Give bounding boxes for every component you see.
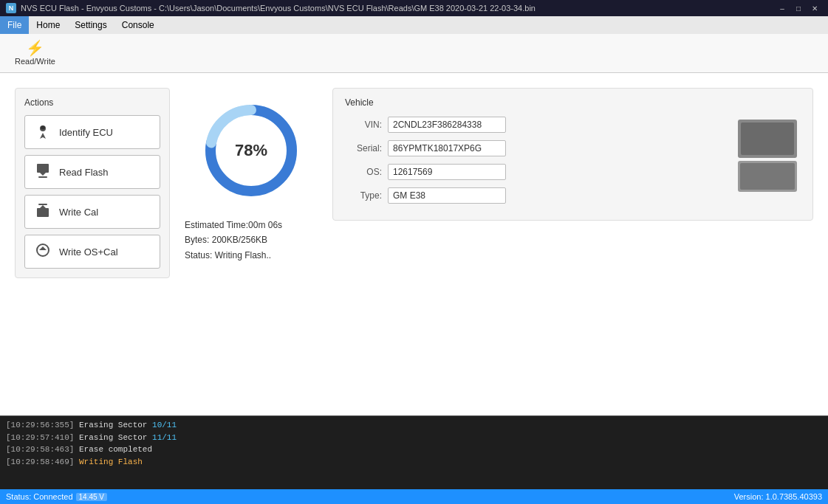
bytes-label: Bytes: <box>185 235 209 245</box>
title-bar: N NVS ECU Flash - Envyous Customs - C:\U… <box>0 0 828 16</box>
action-label-3: Write OS+Cal <box>59 246 118 258</box>
readwrite-label: Read/Write <box>15 57 55 66</box>
status-connected-text: Status: Connected <box>6 492 73 501</box>
close-button[interactable]: ✕ <box>807 2 822 14</box>
menu-item-settings[interactable]: Settings <box>67 16 114 34</box>
status-left: Status: Connected 14.45 V <box>6 492 107 501</box>
vehicle-title: Vehicle <box>345 97 801 108</box>
bytes-row: Bytes: 200KB/256KB <box>185 232 318 247</box>
action-icon-0 <box>34 122 52 142</box>
vehicle-fields: VIN:2CNDL23F386284338Serial:86YPMTK18017… <box>345 117 727 211</box>
console-timestamp-1: [10:29:57:410] <box>6 433 74 442</box>
ribbon-content: ⚡ Read/Write <box>0 34 828 72</box>
status-bar: Status: Connected 14.45 V Version: 1.0.7… <box>0 489 828 504</box>
field-value-0: 2CNDL23F386284338 <box>388 117 506 133</box>
console-text-0: Erasing Sector <box>74 421 152 429</box>
vehicle-field-row-0: VIN:2CNDL23F386284338 <box>345 117 727 133</box>
console-text-2: Erase completed <box>74 445 152 454</box>
action-icon-1 <box>34 162 52 182</box>
main-content: Actions Identify ECURead FlashWrite CalW… <box>0 73 828 489</box>
svg-rect-5 <box>38 204 47 205</box>
console-highlight-0: 10/11 <box>152 421 177 429</box>
console-line-2: [10:29:58:463] Erase completed <box>6 443 822 456</box>
console-text-3: Writing Flash <box>74 458 142 466</box>
action-icon-3 <box>34 242 52 262</box>
bytes-value: 200KB/256KB <box>212 235 267 245</box>
action-label-0: Identify ECU <box>59 127 113 138</box>
console-timestamp-0: [10:29:56:355] <box>6 421 74 429</box>
vehicle-field-row-2: OS:12617569 <box>345 164 727 180</box>
status-voltage: 14.45 V <box>76 493 107 501</box>
menu-item-file[interactable]: File <box>0 16 29 34</box>
action-btn-write-cal[interactable]: Write Cal <box>24 195 160 229</box>
ribbon: FileHomeSettingsConsole ⚡ Read/Write <box>0 16 828 73</box>
menu-item-console[interactable]: Console <box>114 16 162 34</box>
title-bar-left: N NVS ECU Flash - Envyous Customs - C:\U… <box>6 3 536 13</box>
app-icon: N <box>6 3 16 13</box>
action-btn-identify-ecu[interactable]: Identify ECU <box>24 115 160 149</box>
action-label-2: Write Cal <box>59 207 98 218</box>
vehicle-content: VIN:2CNDL23F386284338Serial:86YPMTK18017… <box>345 117 801 211</box>
field-label-0: VIN: <box>345 120 382 130</box>
svg-rect-2 <box>37 164 49 173</box>
vehicle-field-row-1: Serial:86YPMTK18017XP6G <box>345 140 727 156</box>
console-area: [10:29:56:355] Erasing Sector 10/11[10:2… <box>0 415 828 489</box>
action-label-1: Read Flash <box>59 167 108 178</box>
progress-area: 78% Estimated Time:00m 06s Bytes: 200KB/… <box>185 88 318 263</box>
vehicle-panel: Vehicle VIN:2CNDL23F386284338Serial:86YP… <box>332 88 813 221</box>
menu-item-home[interactable]: Home <box>29 16 67 34</box>
title-bar-text: NVS ECU Flash - Envyous Customs - C:\Use… <box>21 4 536 13</box>
status-row: Status: Writing Flash.. <box>185 248 318 263</box>
center-area: Actions Identify ECURead FlashWrite CalW… <box>0 73 828 415</box>
console-line-1: [10:29:57:410] Erasing Sector 11/11 <box>6 432 822 444</box>
donut-chart: 78% <box>196 95 307 206</box>
action-btn-read-flash[interactable]: Read Flash <box>24 155 160 189</box>
console-timestamp-3: [10:29:58:469] <box>6 458 74 466</box>
readwrite-button[interactable]: ⚡ Read/Write <box>6 37 64 69</box>
vehicle-field-row-3: Type:GM E38 <box>345 187 727 204</box>
progress-info: Estimated Time:00m 06s Bytes: 200KB/256K… <box>185 218 318 263</box>
version-text: Version: 1.0.7385.40393 <box>734 492 822 501</box>
window-controls: – □ ✕ <box>775 2 822 14</box>
donut-percent-label: 78% <box>235 141 267 160</box>
svg-point-1 <box>41 125 45 129</box>
console-line-3: [10:29:58:469] Writing Flash <box>6 456 822 469</box>
ecu-image <box>734 117 801 211</box>
console-timestamp-2: [10:29:58:463] <box>6 445 74 454</box>
status-value: Writing Flash.. <box>215 250 271 260</box>
actions-panel: Actions Identify ECURead FlashWrite CalW… <box>15 88 170 278</box>
estimated-time-label: Estimated Time: <box>185 220 248 230</box>
actions-title: Actions <box>24 97 160 108</box>
estimated-time-row: Estimated Time:00m 06s <box>185 218 318 232</box>
svg-rect-4 <box>37 208 49 217</box>
console-line-0: [10:29:56:355] Erasing Sector 10/11 <box>6 419 822 432</box>
lightning-icon: ⚡ <box>26 41 44 55</box>
maximize-button[interactable]: □ <box>791 2 806 14</box>
field-label-1: Serial: <box>345 143 382 153</box>
action-btn-write-os+cal[interactable]: Write OS+Cal <box>24 235 160 269</box>
field-label-2: OS: <box>345 167 382 177</box>
svg-rect-3 <box>38 176 47 178</box>
status-label: Status: <box>185 250 212 260</box>
field-value-3: GM E38 <box>388 187 506 204</box>
field-label-3: Type: <box>345 190 382 201</box>
estimated-time-value: 00m 06s <box>248 220 282 230</box>
console-highlight-1: 11/11 <box>152 433 177 442</box>
ecu-box-bottom <box>738 161 797 192</box>
minimize-button[interactable]: – <box>775 2 790 14</box>
console-text-1: Erasing Sector <box>74 433 152 442</box>
ecu-box-top <box>738 120 797 158</box>
field-value-2: 12617569 <box>388 164 506 180</box>
menu-bar: FileHomeSettingsConsole <box>0 16 828 34</box>
field-value-1: 86YPMTK18017XP6G <box>388 140 506 156</box>
action-icon-2 <box>34 202 52 222</box>
